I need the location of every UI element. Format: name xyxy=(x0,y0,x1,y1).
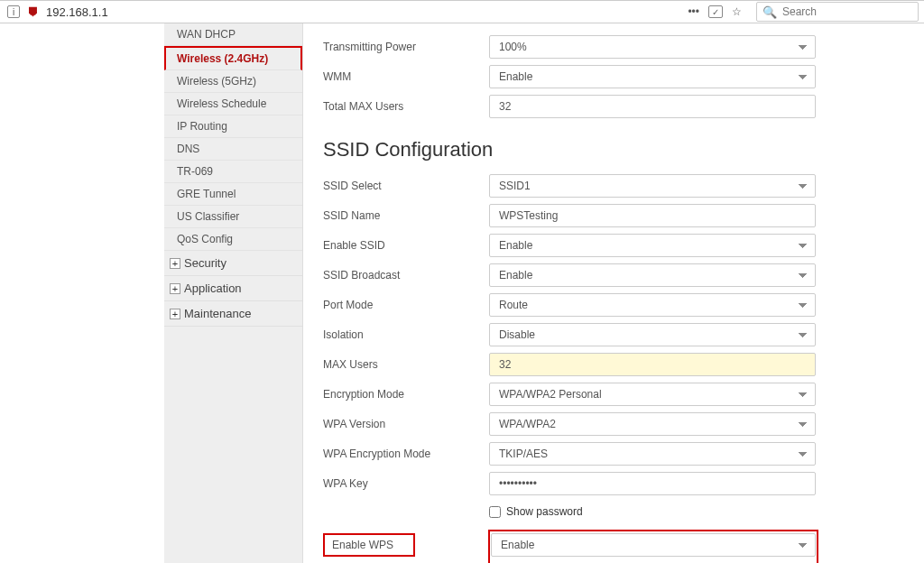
label-enable-wps: Enable WPS xyxy=(323,533,415,557)
expand-icon: + xyxy=(170,283,180,294)
label-ssid-name: SSID Name xyxy=(323,209,489,222)
select-wpa-enc[interactable]: TKIP/AES xyxy=(489,442,816,466)
select-wmm[interactable]: Enable xyxy=(489,65,816,88)
sidebar-item-wan-dhcp[interactable]: WAN DHCP xyxy=(164,23,302,46)
browser-search[interactable]: 🔍 Search xyxy=(756,2,919,22)
url-input[interactable] xyxy=(46,5,671,19)
more-icon[interactable]: ••• xyxy=(688,5,699,18)
label-show-password: Show password xyxy=(506,505,583,518)
expand-icon: + xyxy=(170,258,180,269)
expand-icon: + xyxy=(170,309,180,319)
label-isolation: Isolation xyxy=(323,328,489,341)
select-broadcast[interactable]: Enable xyxy=(489,263,816,287)
main-content: Transmitting Power 100% WMM Enable Total… xyxy=(303,23,924,563)
label-enable-ssid: Enable SSID xyxy=(323,239,489,252)
label-wpa-version: WPA Version xyxy=(323,418,489,430)
sidebar-item-wireless-schedule[interactable]: Wireless Schedule xyxy=(164,93,302,115)
label-wpa-enc: WPA Encryption Mode xyxy=(323,448,489,460)
sidebar-cat-application[interactable]: +Application xyxy=(164,276,302,301)
select-enable-ssid[interactable]: Enable xyxy=(489,234,816,257)
row-wmm: WMM Enable xyxy=(323,65,816,88)
row-tx-power: Transmitting Power 100% xyxy=(323,35,816,59)
star-icon[interactable]: ☆ xyxy=(732,5,742,18)
section-title-ssid: SSID Configuration xyxy=(323,138,816,162)
label-wpa-key: WPA Key xyxy=(323,477,489,490)
input-ssid-name[interactable] xyxy=(489,204,816,227)
select-wpa-version[interactable]: WPA/WPA2 xyxy=(489,412,816,436)
sidebar-item-ip-routing[interactable]: IP Routing xyxy=(164,115,302,138)
sidebar-cat-label: Application xyxy=(184,282,242,295)
sidebar-item-qos[interactable]: QoS Config xyxy=(164,228,302,251)
select-ssid[interactable]: SSID1 xyxy=(489,174,816,198)
sidebar-item-dns[interactable]: DNS xyxy=(164,138,302,161)
select-port-mode[interactable]: Route xyxy=(489,293,816,317)
sidebar: WAN DHCP Wireless (2.4GHz) Wireless (5GH… xyxy=(164,23,303,563)
pocket-icon[interactable] xyxy=(708,5,723,18)
label-tx-power: Transmitting Power xyxy=(323,41,489,53)
info-icon[interactable]: i xyxy=(7,5,20,18)
shield-slash-icon[interactable]: ⛊ xyxy=(27,5,39,19)
sidebar-item-tr069[interactable]: TR-069 xyxy=(164,161,302,183)
sidebar-item-us-classifier[interactable]: US Classifier xyxy=(164,206,302,228)
sidebar-cat-label: Maintenance xyxy=(184,307,251,320)
label-wmm: WMM xyxy=(323,70,489,83)
sidebar-cat-security[interactable]: +Security xyxy=(164,251,302,276)
label-total-max-users: Total MAX Users xyxy=(323,100,489,113)
checkbox-show-password[interactable] xyxy=(489,506,501,518)
select-tx-power[interactable]: 100% xyxy=(489,35,816,59)
label-enc-mode: Encryption Mode xyxy=(323,388,489,401)
sidebar-item-wireless-24[interactable]: Wireless (2.4GHz) xyxy=(164,46,302,70)
sidebar-cat-label: Security xyxy=(184,256,226,270)
search-icon: 🔍 xyxy=(762,5,777,19)
sidebar-item-wireless-5[interactable]: Wireless (5GHz) xyxy=(164,70,302,93)
input-total-max-users[interactable] xyxy=(489,95,816,118)
select-enable-wps[interactable]: Enable xyxy=(491,533,816,557)
select-enc-mode[interactable]: WPA/WPA2 Personal xyxy=(489,383,816,406)
label-max-users: MAX Users xyxy=(323,358,489,371)
row-total-max-users: Total MAX Users xyxy=(323,95,816,118)
label-ssid-select: SSID Select xyxy=(323,180,489,192)
select-isolation[interactable]: Disable xyxy=(489,323,816,346)
label-port-mode: Port Mode xyxy=(323,299,489,311)
input-wpa-key[interactable] xyxy=(489,472,816,495)
sidebar-cat-maintenance[interactable]: +Maintenance xyxy=(164,301,302,327)
sidebar-item-gre-tunnel[interactable]: GRE Tunnel xyxy=(164,183,302,206)
label-broadcast: SSID Broadcast xyxy=(323,269,489,282)
browser-address-bar: i ⛊ ••• ☆ 🔍 Search xyxy=(0,0,924,23)
search-placeholder: Search xyxy=(782,5,817,18)
input-max-users[interactable] xyxy=(489,353,816,376)
